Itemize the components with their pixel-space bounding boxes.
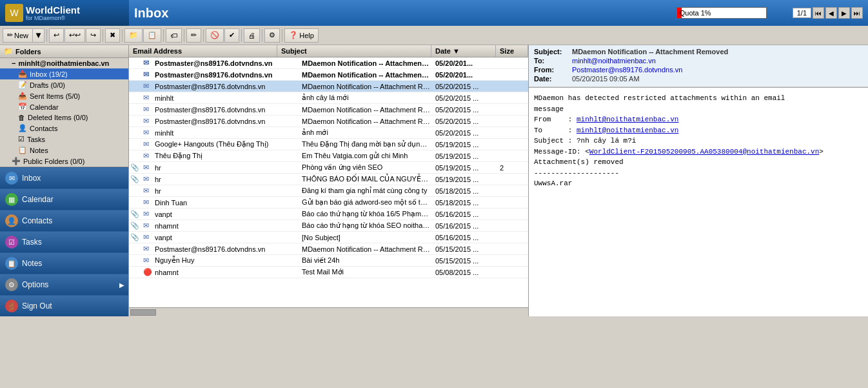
email-row[interactable]: ✉Postmaster@ns89176.dotvndns.vnMDaemon N… [129,57,528,69]
forward-button[interactable]: ↪ [86,28,101,43]
msgid-link[interactable]: WorldClient-F201505200905.AA05380004@noi… [589,148,819,156]
move-button[interactable]: 📁 [124,28,143,43]
sidebar-drafts[interactable]: 📝 Drafts (0/0) [0,79,128,90]
help-button[interactable]: ❓ Help [284,28,319,43]
signout-nav-icon: 🚪 [5,300,18,312]
preview-to: minhlt@noithatmienbac.vn [572,57,656,65]
delete-button[interactable]: ✖ [105,28,120,43]
nav-next[interactable]: ▶ [838,7,850,19]
new-dropdown[interactable]: ▼ [33,28,44,43]
calendar-nav-label: Calendar [22,195,54,204]
sidebar-sent[interactable]: 📤 Sent Items (5/0) [0,90,128,101]
email-scroll[interactable] [129,307,528,316]
sidebar-public[interactable]: ➕ Public Folders (0/0) [0,156,128,167]
nav-first[interactable]: ⏮ [813,7,824,19]
sidebar-deleted[interactable]: 🗑 Deleted Items (0/0) [0,112,128,123]
email-subj: Báo cáo thứ hạng từ khóa SEO noithatmien… [299,220,433,231]
email-row[interactable]: 🔴nhamntTest Mail Mới05/08/2015 ... [129,267,528,278]
compose-button[interactable]: ✏ [186,28,201,43]
email-row[interactable]: ✉Thêu Đặng ThịEm Thêu Vatgia.com gửi chi… [129,150,528,162]
sidebar-contacts[interactable]: 👤 Contacts [0,123,128,134]
email-subj: ảnh mới [299,127,433,138]
email-row[interactable]: ✉Postmaster@ns89176.dotvndns.vnMDaemon N… [129,116,528,127]
email-row[interactable]: 📎✉hrTHÔNG BÁO ĐỔI MAIL CỦA NGUYỄN THÙY D… [129,174,528,185]
email-row[interactable]: ✉Nguyễn HuyBài viết 24h05/15/2015 ... [129,255,528,267]
tasks-nav-icon: ☑ [5,236,18,249]
email-size [497,108,528,111]
nav-contacts-btn[interactable]: 👤 Contacts [0,210,128,231]
email-size [497,178,528,181]
email-icon: ✉ [141,116,152,127]
calendar-icon: 📅 [18,103,27,111]
email-icon: ✉ [141,81,152,92]
nav-tasks-btn[interactable]: ☑ Tasks [0,231,128,252]
nav-options-btn[interactable]: ⚙ Options ▶ [0,274,128,295]
col-size-header[interactable]: Size [496,45,528,57]
email-date: 05/20/201... [433,70,497,80]
email-row[interactable]: ✉Dinh TuanGửi bạn báo giá adword-seo một… [129,197,528,209]
email-subj: Bài viết 24h [299,255,433,266]
nav-inbox-btn[interactable]: ✉ Inbox [0,167,128,189]
email-row[interactable]: ✉Postmaster@ns89176.dotvndns.vnMDaemon N… [129,69,528,81]
email-date: 05/20/2015 ... [433,81,497,92]
email-size [497,155,528,158]
email-icon: ✉ [141,197,152,208]
sent-icon: 📤 [18,92,27,100]
reply-button[interactable]: ↩ [49,28,64,43]
inbox-nav-icon: ✉ [5,172,18,185]
email-row[interactable]: ✉Postmaster@ns89176.dotvndns.vnMDaemon N… [129,81,528,92]
copy-button[interactable]: 📋 [143,28,161,43]
sidebar-tasks[interactable]: ☑ Tasks [0,134,128,145]
email-icon: ✉ [141,127,152,138]
col-date-header[interactable]: Date ▼ [431,45,496,57]
email-row[interactable]: 📎✉vanptBáo cáo thứ hạng từ khóa 16/5 Phạ… [129,209,528,220]
col-subj-header[interactable]: Subject [277,45,431,57]
email-icon: ✉ [141,92,152,103]
spam-button[interactable]: 🚫 [206,28,224,43]
sidebar-notes[interactable]: 📋 Notes [0,145,128,156]
signout-nav-label: Sign Out [22,301,52,311]
email-row[interactable]: ✉minhltảnh mới05/20/2015 ... [129,127,528,139]
account-item[interactable]: − minhlt@noithatmienbac.vn [0,58,128,68]
email-subj: THÔNG BÁO ĐỔI MAIL CỦA NGUYỄN THÙY D... [299,174,433,185]
to-link[interactable]: minhlt@noithatmienbac.vn [577,127,678,134]
nav-notes-btn[interactable]: 📋 Notes [0,252,128,274]
logo-area: W WorldClient for MDaemon® [0,0,129,26]
tasks-label: Tasks [27,136,45,143]
sent-label: Sent Items (5/0) [30,92,80,100]
email-row[interactable]: ✉hrĐăng kí tham gia nghỉ mát cùng công t… [129,185,528,197]
new-button[interactable]: ✏ New [3,28,33,43]
reply-all-button[interactable]: ↩↩ [64,28,85,43]
email-row[interactable]: ✉Postmaster@ns89176.dotvndns.vnMDaemon N… [129,243,528,255]
sidebar-calendar[interactable]: 📅 Calendar [0,101,128,112]
email-size [497,120,528,123]
email-addr: Postmaster@ns89176.dotvndns.vn [152,70,299,80]
email-row[interactable]: 📎✉nhamntBáo cáo thứ hạng từ khóa SEO noi… [129,220,528,232]
email-addr: vanpt [152,232,299,243]
nav-prev[interactable]: ◀ [825,7,837,19]
col-addr-header[interactable]: Email Address [129,45,277,57]
from-label: From: [534,66,569,74]
email-row[interactable]: ✉Google+ Hangouts (Thêu Đặng Thị)Thêu Đặ… [129,139,528,150]
email-date: 05/20/2015 ... [433,128,497,138]
scroll-thumb[interactable] [130,309,156,316]
from-link[interactable]: minhlt@noithatmienbac.vn [577,116,678,123]
email-row[interactable]: 📎✉hrPhòng vấn ứng viên SEO05/19/2015 ...… [129,162,528,174]
email-row[interactable]: ✉minhltảnh cây lá mới05/20/2015 ... [129,92,528,104]
attach-icon: 📎 [129,210,141,218]
nav-calendar-btn[interactable]: ▦ Calendar [0,189,128,210]
tasks-nav-label: Tasks [22,238,42,247]
print-button[interactable]: 🖨 [244,28,260,43]
folders-header[interactable]: 📁 Folders [0,45,128,58]
email-row[interactable]: ✉Postmaster@ns89176.dotvndns.vnMDaemon N… [129,104,528,116]
mark-button[interactable]: 🏷 [166,28,182,43]
not-spam-button[interactable]: ✔ [224,28,239,43]
sidebar-inbox[interactable]: 📥 Inbox (19/2) [0,68,128,79]
email-addr: Google+ Hangouts (Thêu Đặng Thị) [152,139,299,150]
options-tb-button[interactable]: ⚙ [264,28,280,43]
subject-label: Subject: [534,48,569,56]
nav-signout-btn[interactable]: 🚪 Sign Out [0,295,128,316]
email-row[interactable]: 📎✉vanpt[No Subject]05/16/2015 ... [129,232,528,243]
nav-last[interactable]: ⏭ [851,7,863,19]
email-icon: ✉ [141,255,152,266]
